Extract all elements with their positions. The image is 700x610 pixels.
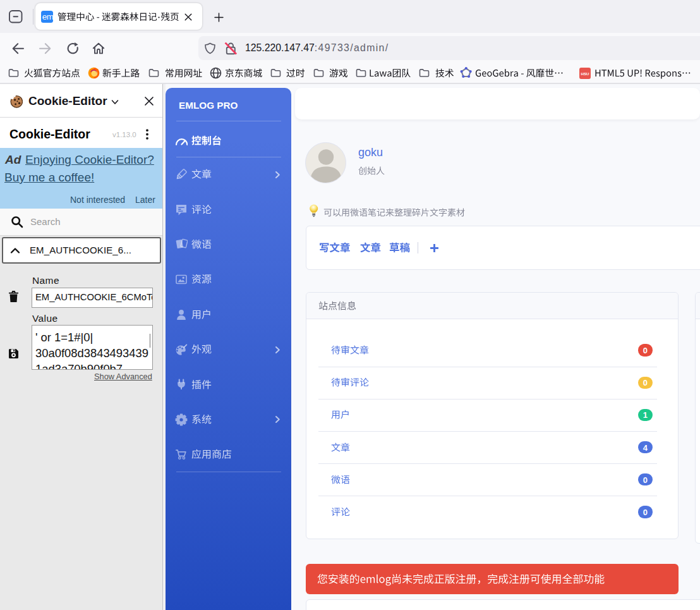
- svg-text:HSU: HSU: [581, 71, 589, 76]
